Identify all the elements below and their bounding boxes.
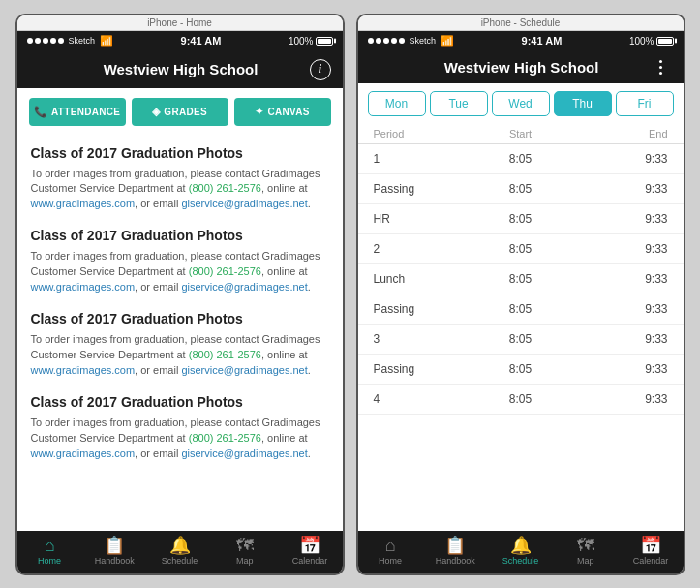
phone-link[interactable]: (800) 261-2576 [189,265,261,277]
map-nav-icon: 🗺 [236,537,254,554]
day-tab-wed[interactable]: Wed [492,91,550,116]
phone2-frame: iPhone - Schedule Sketch 📶 9:41 AM 100% … [356,14,685,575]
home-nav-icon-2: ⌂ [385,537,396,554]
nav-item-home-2[interactable]: ⌂Home [358,537,423,566]
url-link[interactable]: www.gradimages.com [31,281,136,293]
phone-link[interactable]: (800) 261-2576 [189,432,261,444]
news-title: Class of 2017 Graduation Photos [31,311,329,326]
nav-item-calendar-1[interactable]: 📅Calendar [277,537,342,566]
news-item: Class of 2017 Graduation Photos To order… [31,145,329,213]
calendar-nav-label-2: Calendar [633,556,669,566]
time-2: 9:41 AM [522,35,563,46]
news-item: Class of 2017 Graduation Photos To order… [31,228,329,295]
grades-button[interactable]: ◈ GRADES [132,98,228,126]
end-cell: 9:33 [569,392,667,406]
time-1: 9:41 AM [181,35,222,46]
news-title: Class of 2017 Graduation Photos [31,228,329,243]
wifi-icon-1: 📶 [100,35,113,47]
period-cell: 1 [374,152,472,166]
news-scroll[interactable]: Class of 2017 Graduation Photos To order… [17,136,343,531]
nav-item-home-1[interactable]: ⌂Home [17,537,82,566]
calendar-nav-label: Calendar [292,556,328,566]
table-row: Passing 8:05 9:33 [358,174,684,204]
end-cell: 9:33 [569,212,667,226]
schedule-nav-icon: 🔔 [169,537,191,554]
attendance-button[interactable]: 📞 ATTENDANCE [29,98,126,126]
more-menu-icon[interactable] [651,60,672,75]
grades-label: GRADES [164,107,207,117]
day-tab-thu[interactable]: Thu [554,91,612,116]
handbook-nav-icon: 📋 [104,537,125,554]
bottom-nav-2: ⌂Home📋Handbook🔔Schedule🗺Map📅Calendar [358,531,684,573]
email-link[interactable]: giservice@gradimages.net [181,448,307,459]
schedule-header-row: Period Start End [358,124,684,144]
handbook-nav-label: Handbook [95,556,135,566]
nav-item-handbook-2[interactable]: 📋Handbook [423,537,488,566]
period-cell: Lunch [374,272,472,286]
period-cell: 3 [374,332,472,346]
day-tab-tue[interactable]: Tue [430,91,488,116]
table-row: 4 8:05 9:33 [358,385,684,415]
bottom-nav-1: ⌂Home📋Handbook🔔Schedule🗺Map📅Calendar [17,531,343,573]
url-link[interactable]: www.gradimages.com [31,198,136,209]
email-link[interactable]: giservice@gradimages.net [181,364,307,376]
period-cell: Passing [374,182,472,196]
news-title: Class of 2017 Graduation Photos [31,394,329,410]
phone-link[interactable]: (800) 261-2576 [189,182,261,194]
schedule-table: Period Start End 1 8:05 9:33 Passing 8:0… [358,124,684,531]
wifi-icon-2: 📶 [441,35,454,47]
nav-item-calendar-2[interactable]: 📅Calendar [618,537,683,566]
nav-item-schedule-2[interactable]: 🔔Schedule [488,537,553,566]
map-nav-label-2: Map [577,556,594,566]
period-cell: 4 [374,392,472,406]
email-link[interactable]: giservice@gradimages.net [181,281,307,293]
url-link[interactable]: www.gradimages.com [31,364,136,376]
table-row: HR 8:05 9:33 [358,204,684,234]
schedule-nav-label: Schedule [162,556,198,566]
day-tab-fri[interactable]: Fri [616,91,674,116]
end-cell: 9:33 [569,302,667,316]
battery-label-2: 100% [629,36,654,46]
start-cell: 8:05 [472,332,569,346]
period-cell: Passing [374,362,472,376]
phone2-window-label: iPhone - Schedule [358,15,684,31]
email-link[interactable]: giservice@gradimages.net [181,198,307,209]
table-row: 3 8:05 9:33 [358,325,684,355]
schedule-nav-icon-2: 🔔 [510,537,532,554]
period-cell: HR [374,212,472,226]
start-cell: 8:05 [472,152,569,166]
day-tab-mon[interactable]: Mon [368,91,426,116]
phone1-frame: iPhone - Home Sketch 📶 9:41 AM 100% West… [15,14,345,575]
status-bar-2: Sketch 📶 9:41 AM 100% [358,31,684,51]
calendar-nav-icon-2: 📅 [640,537,661,554]
canvas-label: CANVAS [268,107,310,117]
info-icon-1[interactable]: i [310,59,331,80]
map-nav-icon-2: 🗺 [577,537,594,554]
action-buttons: 📞 ATTENDANCE ◈ GRADES ✦ CANVAS [17,88,343,136]
table-row: Passing 8:05 9:33 [358,355,684,385]
battery-1: 100% [289,36,333,46]
battery-label-1: 100% [289,36,314,46]
table-row: 1 8:05 9:33 [358,144,684,174]
status-bar-1: Sketch 📶 9:41 AM 100% [17,31,343,51]
nav-item-map-2[interactable]: 🗺Map [553,537,618,566]
attendance-label: ATTENDANCE [51,107,120,117]
nav-item-handbook-1[interactable]: 📋Handbook [82,537,147,566]
nav-item-schedule-1[interactable]: 🔔Schedule [147,537,212,566]
nav-item-map-1[interactable]: 🗺Map [212,537,277,566]
news-title: Class of 2017 Graduation Photos [31,145,329,161]
battery-icon-1 [316,37,333,46]
news-item: Class of 2017 Graduation Photos To order… [31,311,329,379]
phone1-window-label: iPhone - Home [17,15,343,31]
url-link[interactable]: www.gradimages.com [31,448,136,459]
handbook-nav-label-2: Handbook [436,556,475,566]
canvas-button[interactable]: ✦ CANVAS [234,98,331,126]
end-cell: 9:33 [569,152,667,166]
battery-2: 100% [629,36,674,46]
table-row: Passing 8:05 9:33 [358,294,684,325]
start-cell: 8:05 [472,392,569,406]
period-cell: 2 [374,242,472,256]
phone-link[interactable]: (800) 261-2576 [189,349,261,360]
end-cell: 9:33 [569,332,667,346]
end-cell: 9:33 [569,242,667,256]
